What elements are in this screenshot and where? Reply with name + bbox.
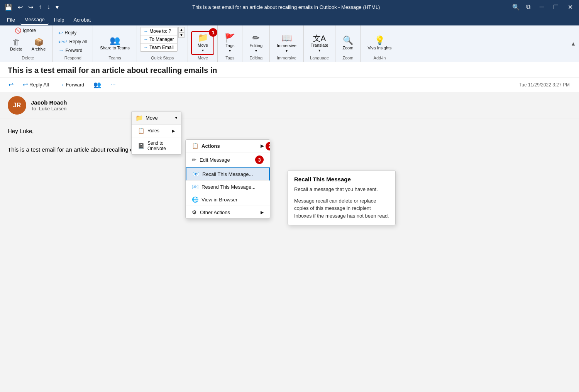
immersive-button[interactable]: 📖 Immersive ▾ [273,32,300,55]
more-icon[interactable]: ▾ [54,3,60,11]
move-panel-folder-icon: 📁 [135,114,143,122]
translate-button[interactable]: 文A Translate ▾ [307,32,332,55]
window-title: This is a test email for an article abou… [60,4,512,10]
tooltip-line2: Message recall can delete or replace cop… [294,197,389,220]
move-dropdown-panel: 📁 Move ▾ 📋 Rules ▶ 📓 Send to OneNote [131,111,181,155]
view-browser-item[interactable]: 🌐 View in Browser [186,193,270,206]
editing-group-content: ✏ Editing ▾ [245,27,266,55]
archive-button[interactable]: 📦 Archive [28,35,50,55]
immersive-group-label: Immersive [273,55,300,62]
close-button[interactable]: ✕ [565,3,576,11]
tags-icon: 🚩 [225,34,235,42]
sender-to: To Luke Larsen [31,106,67,112]
main-content: This is a test email for an article abou… [0,62,579,162]
restore-window-icon[interactable]: ⧉ [523,3,533,10]
other-actions-label: Other Actions [200,210,230,215]
recall-item[interactable]: 📧 Recall This Message... [186,167,270,181]
forward-button[interactable]: → Forward [56,46,90,55]
tags-button[interactable]: 🚩 Tags ▾ [221,32,239,55]
quicksteps-content: → Move to: ? → To Manager → Team Email ▲… [140,27,185,55]
tooltip-popup: Recall This Message Recall a message tha… [288,170,396,225]
inline-teams-button[interactable]: 👥 [90,79,105,90]
onenote-label-left: Send to OneNote [147,140,175,151]
onenote-item-left[interactable]: 📓 Send to OneNote [132,137,181,154]
immersive-icon: 📖 [281,34,292,42]
step-3-badge: 3 [255,155,264,164]
reply-button[interactable]: ↩ Reply [56,29,90,37]
delete-button[interactable]: 🗑 Delete [6,35,26,55]
actions-item[interactable]: 📋 Actions ▶ [186,140,270,152]
ribbon-collapse-button[interactable]: ▲ [571,25,576,62]
inline-teams-icon: 👥 [93,81,101,88]
down-icon[interactable]: ↓ [46,3,52,10]
move-panel-label: Move [146,115,158,121]
inline-more-button[interactable]: ··· [107,79,119,90]
quick-step-manager[interactable]: → To Manager [141,35,177,44]
actions-arrow: ▶ [261,144,264,149]
menu-item-help[interactable]: Help [50,15,68,24]
respond-group-label: Respond [56,55,90,62]
actions-label: Actions [201,143,220,149]
inline-reply-all-button[interactable]: ↩ Reply All [19,79,53,90]
save-icon[interactable]: 💾 [3,3,14,11]
title-bar: 💾 ↩ ↪ ↑ ↓ ▾ This is a test email for an … [0,0,579,14]
editing-button[interactable]: ✏ Editing ▾ [245,32,266,55]
rules-label-left: Rules [147,128,159,133]
resend-item[interactable]: 📧 Resend This Message... [186,181,270,193]
ribbon-group-respond: ↩ Reply ↩↩ Reply All → Forward Respond [53,25,93,62]
move-group-label: Move [191,55,214,62]
rules-arrow-left: ▶ [172,128,175,133]
reply-all-button[interactable]: ↩↩ Reply All [56,37,90,46]
viva-insights-button[interactable]: 💡 Viva Insights [364,32,395,55]
ribbon: 🚫 Ignore 🗑 Delete 📦 Archive Delete [0,25,579,62]
inline-toolbar: ↩ ↩ Reply All → Forward 👥 ··· Tue 11/29/… [0,78,579,92]
move-group-content: 📁 Move ▾ 1 [191,27,214,55]
reply-all-icon: ↩↩ [58,39,68,44]
respond-buttons: ↩ Reply ↩↩ Reply All → Forward [56,29,90,55]
ignore-button[interactable]: 🚫 Ignore [12,27,43,34]
maximize-button[interactable]: ☐ [550,3,562,11]
inline-reply-all-icon: ↩ [23,81,28,88]
menu-item-file[interactable]: File [3,15,19,24]
undo-icon[interactable]: ↩ [16,3,24,11]
email-subject: This is a test email for an article abou… [8,66,217,74]
zoom-button[interactable]: 🔍 Zoom [339,32,357,55]
ignore-icon: 🚫 [15,28,21,33]
quicksteps-up-arrow[interactable]: ▲ [178,27,185,32]
tooltip-title: Recall This Message [294,176,389,182]
quicksteps-down-arrow[interactable]: ▼ [178,32,185,38]
menu-item-message[interactable]: Message [20,15,49,25]
move-panel-header: 📁 Move ▾ [132,112,181,125]
up-icon[interactable]: ↑ [37,3,43,10]
ribbon-group-language: 文A Translate ▾ Language [304,25,335,62]
menu-item-acrobat[interactable]: Acrobat [69,15,95,24]
other-actions-item[interactable]: ⚙ Other Actions ▶ [186,206,270,218]
delete-group-label: Delete [6,55,49,62]
email-text: This is a test email for an article abou… [8,145,571,154]
teams-group-content: 👥 Share to Teams [96,27,134,55]
quick-step-move[interactable]: → Move to: ? [141,27,177,35]
inline-reply-button[interactable]: ↩ [5,79,17,90]
teams-group-label: Teams [96,55,134,62]
email-greeting: Hey Luke, [8,127,571,136]
editing-icon: ✏ [252,34,259,42]
inline-forward-button[interactable]: → Forward [54,79,88,90]
quicksteps-arrows: ▲ ▼ [178,27,185,55]
rules-item-left[interactable]: 📋 Rules ▶ [132,125,181,137]
dropdown-menu: 📋 Actions ▶ 2 ✏ Edit Message 3 📧 Recall … [185,139,270,219]
quick-step-team[interactable]: → Team Email [141,44,177,51]
quick-steps-list: → Move to: ? → To Manager → Team Email [140,27,178,52]
immersive-group-content: 📖 Immersive ▾ [273,27,300,55]
minimize-button[interactable]: ─ [537,3,547,10]
translate-icon: 文A [313,34,326,42]
language-group-content: 文A Translate ▾ [307,27,332,55]
share-to-teams-button[interactable]: 👥 Share to Teams [96,32,134,55]
edit-message-item[interactable]: ✏ Edit Message 3 [186,152,270,167]
sender-name: Jacob Roach [31,99,67,106]
zoom-group-content: 🔍 Zoom [339,27,357,55]
email-subject-bar: This is a test email for an article abou… [0,62,579,78]
actions-dropdown: 📋 Actions ▶ 2 ✏ Edit Message 3 📧 Recall … [185,139,270,219]
search-icon[interactable]: 🔍 [512,3,520,11]
redo-icon[interactable]: ↪ [27,3,35,11]
inline-forward-icon: → [58,81,64,88]
